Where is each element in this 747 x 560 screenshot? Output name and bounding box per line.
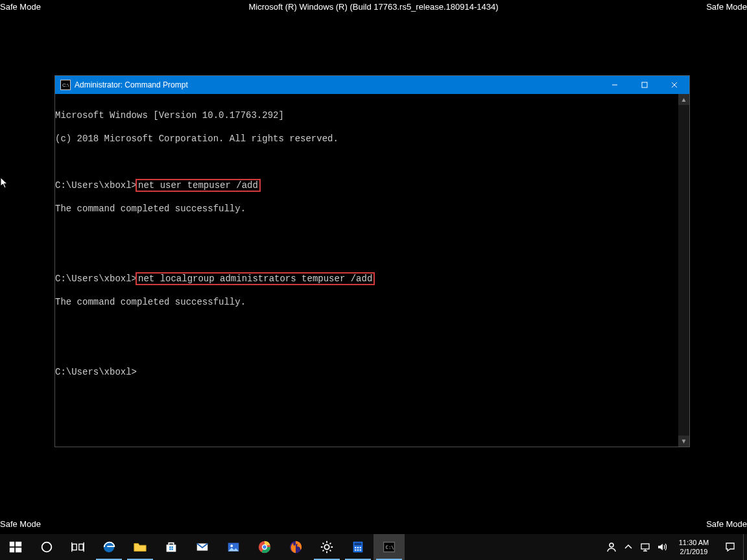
svg-point-33 [610, 543, 613, 547]
tray-network[interactable] [637, 534, 654, 560]
svg-rect-14 [171, 548, 172, 550]
calculator-icon [351, 540, 365, 554]
gear-icon [320, 540, 334, 554]
scrollbar-up-icon[interactable]: ▲ [678, 94, 689, 105]
scrollbar-down-icon[interactable]: ▼ [678, 436, 689, 447]
prompt-2: C:\Users\xboxl> [55, 274, 137, 284]
window-titlebar[interactable]: C:\ Administrator: Command Prompt [55, 76, 689, 94]
taskbar-app-edge[interactable] [93, 534, 124, 560]
command-1-highlight: net user tempuser /add [136, 179, 261, 192]
show-desktop-button[interactable] [743, 534, 747, 560]
start-button[interactable] [0, 534, 31, 560]
task-view-button[interactable] [62, 534, 93, 560]
firefox-icon [289, 540, 303, 554]
window-title: Administrator: Command Prompt [75, 80, 188, 89]
taskbar-app-chrome[interactable] [249, 534, 280, 560]
svg-rect-24 [355, 543, 362, 546]
svg-point-5 [42, 542, 52, 552]
output-copyright: (c) 2018 Microsoft Corporation. All righ… [55, 134, 338, 144]
minimize-button[interactable] [600, 76, 630, 94]
scrollbar-track[interactable] [678, 105, 689, 436]
svg-point-26 [357, 547, 359, 548]
terminal-output[interactable]: Microsoft Windows [Version 10.0.17763.29… [55, 94, 678, 447]
tray-volume[interactable] [654, 534, 670, 560]
windows-build-label: Microsoft (R) Windows (R) (Build 17763.r… [248, 2, 498, 12]
safemode-label-bottom-right: Safe Mode [706, 519, 747, 529]
maximize-button[interactable] [630, 76, 659, 94]
result-2: The command completed successfully. [55, 297, 246, 307]
notification-icon [725, 542, 735, 552]
svg-rect-3 [10, 548, 14, 552]
taskbar-app-mail[interactable] [187, 534, 218, 560]
svg-point-29 [357, 549, 359, 550]
svg-rect-6 [73, 544, 77, 550]
taskbar-app-file-explorer[interactable] [124, 534, 156, 560]
edge-icon [102, 540, 116, 554]
network-icon [640, 542, 650, 552]
svg-rect-7 [79, 544, 83, 550]
task-view-icon [71, 540, 85, 554]
svg-rect-0 [642, 82, 647, 88]
taskbar-app-command-prompt[interactable]: C:\ [374, 534, 405, 560]
clock-time: 11:30 AM [679, 538, 709, 547]
command-prompt-window: C:\ Administrator: Command Prompt Micros… [54, 75, 690, 447]
photos-icon [226, 540, 241, 554]
close-button[interactable] [659, 76, 689, 94]
svg-rect-13 [169, 548, 171, 550]
svg-rect-1 [10, 542, 14, 546]
svg-point-30 [359, 549, 361, 550]
svg-rect-4 [16, 548, 21, 552]
cortana-circle-icon [40, 540, 54, 554]
cmd-app-icon: C:\ [60, 80, 71, 90]
tray-overflow[interactable] [620, 534, 637, 560]
svg-point-27 [359, 547, 361, 548]
svg-point-20 [263, 545, 267, 549]
svg-point-28 [355, 549, 356, 550]
store-icon [164, 540, 178, 554]
taskbar-app-firefox[interactable] [280, 534, 311, 560]
result-1: The command completed successfully. [55, 204, 246, 214]
command-2-highlight: net localgroup administrators tempuser /… [136, 272, 375, 285]
mail-icon [195, 540, 209, 554]
prompt-1: C:\Users\xboxl> [55, 180, 137, 191]
vertical-scrollbar[interactable]: ▲ ▼ [678, 94, 689, 447]
cortana-button[interactable] [31, 534, 62, 560]
taskbar-app-calculator[interactable] [342, 534, 374, 560]
output-version: Microsoft Windows [Version 10.0.17763.29… [55, 110, 284, 121]
taskbar-app-store[interactable] [156, 534, 187, 560]
chrome-icon [257, 540, 272, 554]
svg-text:C:\: C:\ [386, 544, 394, 550]
safemode-label-top-left: Safe Mode [0, 2, 41, 12]
svg-point-22 [324, 544, 329, 549]
svg-rect-34 [641, 544, 649, 549]
cmd-icon: C:\ [382, 540, 396, 554]
svg-rect-12 [171, 546, 172, 548]
safemode-label-top-right: Safe Mode [706, 2, 747, 12]
tray-people[interactable] [603, 534, 620, 560]
svg-rect-11 [169, 546, 171, 548]
folder-icon [133, 540, 147, 554]
clock-date: 2/1/2019 [680, 547, 708, 556]
people-icon [606, 542, 617, 552]
taskbar-app-photos[interactable] [218, 534, 249, 560]
chevron-up-icon [623, 542, 634, 552]
windows-logo-icon [8, 540, 23, 554]
taskbar: C:\ 11:30 AM 2/1/2019 [0, 534, 747, 560]
svg-point-17 [230, 544, 233, 547]
prompt-3: C:\Users\xboxl> [55, 367, 137, 377]
safemode-label-bottom-left: Safe Mode [0, 519, 41, 529]
svg-point-25 [355, 547, 356, 548]
taskbar-app-settings[interactable] [311, 534, 342, 560]
action-center-button[interactable] [717, 534, 743, 560]
svg-rect-2 [16, 542, 21, 546]
system-tray [603, 534, 670, 560]
volume-icon [657, 542, 667, 552]
mouse-cursor-icon [0, 177, 9, 189]
taskbar-clock[interactable]: 11:30 AM 2/1/2019 [670, 534, 717, 560]
